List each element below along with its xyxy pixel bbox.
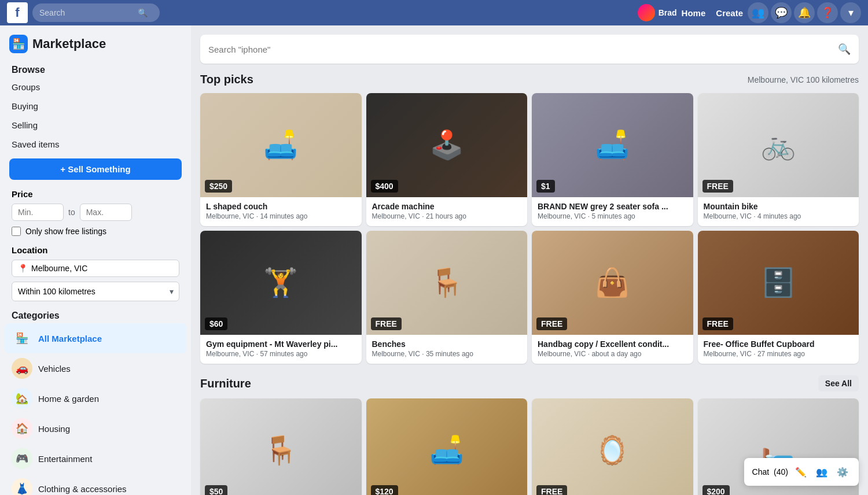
help-icon[interactable]: ❓ — [817, 2, 838, 23]
price-label: Price — [12, 189, 179, 199]
facebook-logo[interactable]: f — [7, 2, 28, 23]
product-card[interactable]: 🪑 FREE Benches Melbourne, VIC · 35 minut… — [366, 231, 528, 364]
nav-create-link[interactable]: Create — [716, 8, 743, 18]
nav-user-profile[interactable]: Brad — [638, 4, 677, 21]
product-card[interactable]: 🛋️ $1 BRAND NEW grey 2 seater sofa ... M… — [532, 93, 693, 226]
nav-home-link[interactable]: Home — [682, 8, 706, 18]
product-image: 🛋️ $250 — [200, 93, 362, 197]
product-image: 🏋️ $60 — [200, 231, 362, 335]
product-card[interactable]: 🕹️ $400 Arcade machine Melbourne, VIC · … — [366, 93, 528, 226]
product-title: Handbag copy / Excellent condit... — [538, 339, 687, 349]
price-to-label: to — [68, 208, 75, 217]
product-image: 🛋️ $1 — [532, 93, 693, 197]
product-meta: Melbourne, VIC · 35 minutes ago — [372, 350, 522, 358]
location-info: Melbourne, VIC 100 kilometres — [748, 75, 859, 84]
product-card[interactable]: 🛋️ $120 Furniture item 2 Melbourne, VIC … — [366, 398, 528, 495]
top-navigation: f 🔍 Brad Home Create 👥 💬 🔔 ❓ ▾ — [0, 0, 868, 25]
browse-label: Browse — [5, 60, 186, 77]
product-card[interactable]: 🛋️ $250 L shaped couch Melbourne, VIC · … — [200, 93, 362, 226]
product-meta: Melbourne, VIC · 21 hours ago — [372, 212, 522, 220]
category-home-garden[interactable]: 🏡 Home & garden — [5, 383, 186, 413]
product-title: Arcade machine — [372, 202, 522, 211]
more-icon[interactable]: ▾ — [840, 2, 861, 23]
main-search-bar[interactable]: 🔍 — [200, 35, 859, 64]
entertainment-icon: 🎮 — [12, 448, 32, 469]
chat-count: (40) — [774, 467, 788, 476]
messenger-icon[interactable]: 💬 — [771, 2, 792, 23]
sidebar: 🏪 Marketplace Browse Groups Buying Selli… — [0, 25, 191, 495]
category-housing-label: Housing — [38, 424, 70, 434]
home-garden-icon: 🏡 — [12, 388, 32, 409]
product-meta: Melbourne, VIC · about a day ago — [538, 350, 687, 358]
chat-group-icon[interactable]: 👥 — [814, 464, 830, 480]
housing-icon: 🏠 — [12, 418, 32, 439]
nav-links: Home Create — [682, 8, 743, 18]
product-title: Gym equipment - Mt Waverley pi... — [206, 339, 356, 349]
sidebar-item-selling[interactable]: Selling — [5, 116, 186, 135]
top-picks-title: Top picks — [200, 73, 253, 86]
product-card[interactable]: 👜 FREE Handbag copy / Excellent condit..… — [532, 231, 693, 364]
notifications-icon[interactable]: 🔔 — [794, 2, 815, 23]
price-filter: Price to Only show free listings — [5, 184, 186, 241]
product-image: 🪑 $50 — [200, 398, 362, 495]
product-meta: Melbourne, VIC · 4 minutes ago — [704, 212, 854, 220]
category-entertainment-label: Entertainment — [38, 454, 92, 464]
chat-label: Chat — [752, 467, 770, 476]
product-title: L shaped couch — [206, 202, 356, 211]
chat-settings-icon[interactable]: ⚙️ — [834, 464, 851, 480]
nav-search-icon: 🔍 — [138, 8, 148, 17]
location-filter: Location 📍 Within 100 kilometres Within … — [5, 241, 186, 306]
marketplace-icon: 🏪 — [9, 35, 28, 53]
main-content: 🔍 Top picks Melbourne, VIC 100 kilometre… — [191, 25, 868, 495]
category-all-marketplace[interactable]: 🏪 All Marketplace — [5, 323, 186, 353]
category-vehicles[interactable]: 🚗 Vehicles — [5, 353, 186, 383]
main-search-icon: 🔍 — [838, 43, 851, 56]
product-title: Free- Office Buffet Cupboard — [704, 339, 854, 349]
location-input[interactable] — [31, 264, 173, 273]
product-card[interactable]: 🪞 FREE Furniture item 3 Melbourne, VIC ·… — [532, 398, 693, 495]
category-clothing-label: Clothing & accessories — [38, 484, 127, 494]
main-search-input[interactable] — [208, 45, 838, 54]
product-title: Mountain bike — [704, 202, 854, 211]
category-entertainment[interactable]: 🎮 Entertainment — [5, 444, 186, 474]
free-listings-checkbox[interactable] — [12, 227, 21, 236]
distance-select[interactable]: Within 100 kilometres Within 50 kilometr… — [12, 282, 179, 301]
category-housing[interactable]: 🏠 Housing — [5, 413, 186, 444]
product-image: 🪞 FREE — [532, 398, 693, 495]
product-meta: Melbourne, VIC · 5 minutes ago — [538, 212, 687, 220]
sidebar-item-groups[interactable]: Groups — [5, 77, 186, 97]
top-picks-header: Top picks Melbourne, VIC 100 kilometres — [200, 73, 859, 86]
product-card[interactable]: 🪑 $50 Furniture item 1 Melbourne, VIC · … — [200, 398, 362, 495]
product-title: BRAND NEW grey 2 seater sofa ... — [538, 202, 687, 211]
product-card[interactable]: 🗄️ FREE Free- Office Buffet Cupboard Mel… — [698, 231, 859, 364]
sidebar-item-saved[interactable]: Saved items — [5, 135, 186, 154]
all-marketplace-icon: 🏪 — [12, 328, 32, 349]
product-card[interactable]: 🚲 FREE Mountain bike Melbourne, VIC · 4 … — [698, 93, 859, 226]
free-listings-checkbox-label[interactable]: Only show free listings — [12, 227, 179, 236]
nav-search-input[interactable] — [39, 8, 138, 17]
friends-icon[interactable]: 👥 — [748, 2, 768, 23]
price-badge: $400 — [371, 180, 398, 193]
furniture-section-header: Furniture See All — [200, 375, 859, 391]
sidebar-title: 🏪 Marketplace — [5, 35, 186, 60]
category-all-label: All Marketplace — [38, 334, 102, 343]
category-home-garden-label: Home & garden — [38, 394, 99, 404]
categories-label: Categories — [5, 306, 186, 323]
sell-something-button[interactable]: + Sell Something — [9, 158, 182, 180]
vehicles-icon: 🚗 — [12, 358, 32, 379]
sidebar-item-buying[interactable]: Buying — [5, 97, 186, 116]
product-image: 🛋️ $120 — [366, 398, 528, 495]
price-min-input[interactable] — [12, 204, 64, 221]
nav-search-box[interactable]: 🔍 — [32, 3, 160, 22]
new-chat-icon[interactable]: ✏️ — [793, 464, 809, 480]
price-badge: $50 — [205, 485, 227, 495]
product-image: 🗄️ FREE — [698, 231, 859, 335]
chat-widget[interactable]: Chat (40) ✏️ 👥 ⚙️ — [744, 458, 859, 486]
price-max-input[interactable] — [80, 204, 132, 221]
product-title: Benches — [372, 339, 522, 349]
product-image: 🕹️ $400 — [366, 93, 528, 197]
category-clothing[interactable]: 👗 Clothing & accessories — [5, 474, 186, 495]
furniture-see-all-button[interactable]: See All — [818, 375, 859, 391]
product-card[interactable]: 🏋️ $60 Gym equipment - Mt Waverley pi...… — [200, 231, 362, 364]
nav-user-name: Brad — [659, 8, 677, 17]
